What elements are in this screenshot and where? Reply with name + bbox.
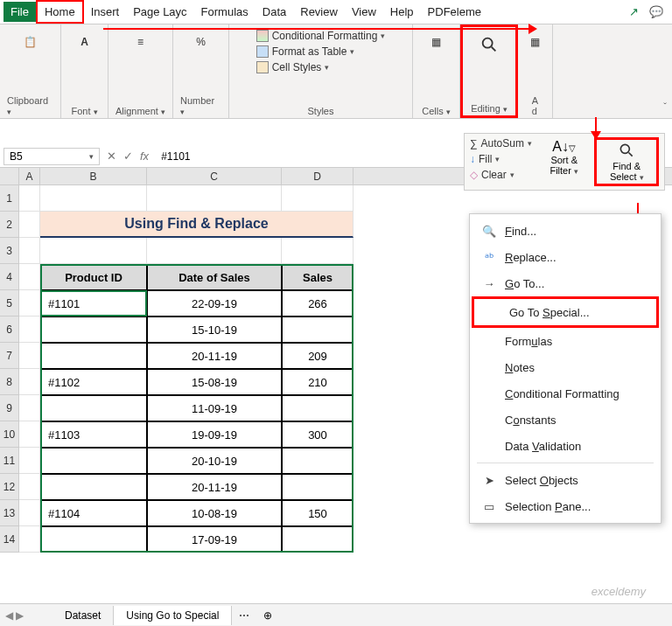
- comment-icon[interactable]: 💬: [649, 5, 663, 19]
- cell[interactable]: #1104: [40, 500, 147, 526]
- row-header[interactable]: 9: [0, 395, 19, 421]
- fx-icon[interactable]: fx: [140, 150, 149, 163]
- alignment-button[interactable]: ≡: [125, 30, 157, 56]
- tab-help[interactable]: Help: [383, 2, 421, 22]
- menu-notes[interactable]: Notes: [470, 354, 661, 380]
- row-header[interactable]: 4: [0, 264, 19, 290]
- cell[interactable]: [19, 343, 40, 369]
- share-icon[interactable]: ↗: [626, 5, 640, 19]
- cell[interactable]: [40, 238, 147, 264]
- cell[interactable]: 15-10-19: [147, 316, 282, 343]
- cell[interactable]: [19, 395, 40, 421]
- name-box[interactable]: B5▾: [4, 148, 100, 165]
- sheet-nav[interactable]: ◀ ▶: [5, 609, 24, 622]
- tab-review[interactable]: Review: [293, 2, 345, 22]
- header-product-id[interactable]: Product ID: [40, 264, 147, 290]
- tab-view[interactable]: View: [345, 2, 383, 22]
- cell[interactable]: 300: [282, 421, 354, 448]
- row-header[interactable]: 5: [0, 290, 19, 316]
- title-cell[interactable]: Using Find & Replace: [40, 212, 354, 238]
- row-header[interactable]: 14: [0, 526, 19, 553]
- cell[interactable]: 266: [282, 290, 354, 316]
- menu-data-validation[interactable]: Data Validation: [470, 433, 661, 459]
- row-header[interactable]: 7: [0, 343, 19, 369]
- row-header[interactable]: 1: [0, 185, 19, 212]
- group-editing[interactable]: Editing ▾: [460, 24, 518, 118]
- row-header[interactable]: 2: [0, 212, 19, 238]
- find-select-button[interactable]: Find & Select ▾: [594, 137, 659, 186]
- cell[interactable]: [282, 395, 354, 421]
- cell[interactable]: [40, 526, 147, 553]
- tab-home[interactable]: Home: [36, 0, 84, 24]
- cancel-icon[interactable]: ✕: [107, 150, 116, 163]
- cell[interactable]: [19, 474, 40, 500]
- cell[interactable]: #1102: [40, 369, 147, 395]
- tab-file[interactable]: File: [4, 2, 36, 22]
- cell[interactable]: [19, 369, 40, 395]
- cell[interactable]: [19, 526, 40, 553]
- cell[interactable]: [147, 238, 282, 264]
- menu-select-objects[interactable]: ➤Select Objects: [470, 467, 661, 493]
- cell-styles-button[interactable]: Cell Styles ▾: [256, 61, 330, 73]
- tab-data[interactable]: Data: [256, 2, 293, 22]
- sheet-tab-dataset[interactable]: Dataset: [52, 606, 114, 625]
- cells-button[interactable]: ▦: [421, 30, 452, 56]
- fill-button[interactable]: ↓ Fill ▾: [470, 153, 532, 165]
- cell[interactable]: 19-09-19: [147, 421, 282, 448]
- tab-insert[interactable]: Insert: [84, 2, 127, 22]
- clear-button[interactable]: ◇ Clear ▾: [470, 169, 532, 181]
- sort-filter-button[interactable]: A↓▽ Sort & Filter ▾: [537, 137, 592, 186]
- sheet-more-icon[interactable]: ⋯: [232, 606, 256, 625]
- cell[interactable]: #1103: [40, 421, 147, 448]
- cell[interactable]: [282, 448, 354, 474]
- cell[interactable]: [147, 185, 282, 212]
- row-header[interactable]: 8: [0, 369, 19, 395]
- cell[interactable]: 10-08-19: [147, 500, 282, 526]
- cell[interactable]: [19, 448, 40, 474]
- cell[interactable]: [19, 500, 40, 526]
- cell[interactable]: [282, 185, 354, 212]
- cell[interactable]: [40, 395, 147, 421]
- cell[interactable]: [19, 290, 40, 316]
- editing-button[interactable]: [473, 32, 505, 59]
- cell[interactable]: 22-09-19: [147, 290, 282, 316]
- header-date-of-sales[interactable]: Date of Sales: [147, 264, 282, 290]
- collapse-ribbon-icon[interactable]: ˇ: [663, 101, 667, 112]
- conditional-formatting-button[interactable]: Conditional Formatting ▾: [256, 30, 386, 42]
- font-button[interactable]: A: [69, 30, 101, 56]
- row-header[interactable]: 3: [0, 238, 19, 264]
- menu-selection-pane[interactable]: ▭Selection Pane...: [470, 493, 661, 519]
- tab-page-layout[interactable]: Page Layc: [126, 2, 193, 22]
- number-button[interactable]: %: [186, 30, 217, 56]
- autosum-button[interactable]: ∑ AutoSum ▾: [470, 137, 532, 150]
- row-header[interactable]: 6: [0, 316, 19, 343]
- row-header[interactable]: 11: [0, 448, 19, 474]
- cell[interactable]: 20-10-19: [147, 448, 282, 474]
- cell[interactable]: [282, 526, 354, 553]
- cell[interactable]: 150: [282, 500, 354, 526]
- tab-pdfelement[interactable]: PDFeleme: [421, 2, 488, 22]
- col-header-b[interactable]: B: [40, 168, 147, 184]
- cell[interactable]: [282, 316, 354, 343]
- header-sales[interactable]: Sales: [282, 264, 354, 290]
- menu-conditional-formatting[interactable]: Conditional Formatting: [470, 380, 661, 407]
- menu-goto[interactable]: →Go To...: [470, 270, 661, 296]
- menu-goto-special[interactable]: Go To Special...: [472, 296, 659, 328]
- cell[interactable]: [40, 185, 147, 212]
- col-header-a[interactable]: A: [19, 168, 40, 184]
- cell[interactable]: [282, 474, 354, 500]
- enter-icon[interactable]: ✓: [123, 150, 133, 163]
- row-header[interactable]: 12: [0, 474, 19, 500]
- cell[interactable]: [282, 238, 354, 264]
- sheet-add-icon[interactable]: ⊕: [256, 606, 279, 625]
- cell[interactable]: 20-11-19: [147, 474, 282, 500]
- menu-replace[interactable]: ᵃᵇReplace...: [470, 244, 661, 270]
- tab-formulas[interactable]: Formulas: [194, 2, 256, 22]
- cell[interactable]: [40, 474, 147, 500]
- format-as-table-button[interactable]: Format as Table ▾: [256, 45, 355, 58]
- cell[interactable]: 15-08-19: [147, 369, 282, 395]
- cell[interactable]: 20-11-19: [147, 343, 282, 369]
- cell[interactable]: [19, 264, 40, 290]
- cell[interactable]: 210: [282, 369, 354, 395]
- menu-formulas[interactable]: Formulas: [470, 328, 661, 354]
